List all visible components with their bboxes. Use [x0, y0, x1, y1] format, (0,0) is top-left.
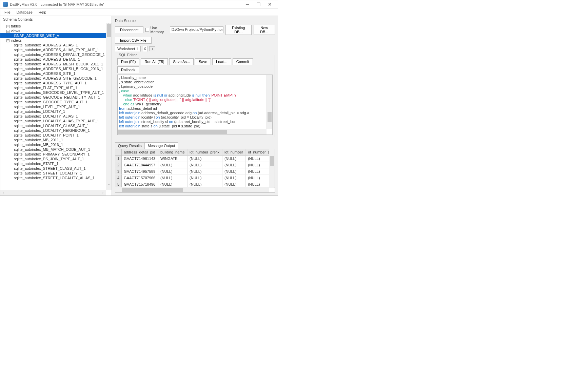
- tree-item[interactable]: sqlite_autoindex_ADDRESS_SITE_1: [0, 71, 112, 76]
- load-button[interactable]: Load...: [212, 58, 231, 65]
- tree-item[interactable]: sqlite_autoindex_GEOCODE_TYPE_AUT_1: [0, 100, 112, 104]
- disconnect-button[interactable]: Disconnect: [115, 26, 143, 33]
- tree-item[interactable]: sqlite_autoindex_LOCALITY_ALIAS_TYPE_AUT…: [0, 119, 112, 123]
- table-cell[interactable]: (NULL): [222, 175, 246, 181]
- worksheet-close-button[interactable]: X: [142, 46, 148, 51]
- tree-item[interactable]: sqlite_autoindex_ADDRESS_DETAIL_1: [0, 57, 112, 62]
- tree-node-views[interactable]: −views: [0, 28, 112, 33]
- scrollbar-thumb[interactable]: [118, 130, 227, 134]
- tree-item[interactable]: sqlite_autoindex_FLAT_TYPE_AUT_1: [0, 85, 112, 90]
- tree-item[interactable]: sqlite_autoindex_MB_MATCH_CODE_AUT_1: [0, 147, 112, 152]
- table-row[interactable]: 1GAACT714981143WINGATE(NULL)(NULL)(NULL): [115, 156, 275, 162]
- scrollbar-thumb[interactable]: [268, 112, 272, 122]
- scroll-down-icon[interactable]: ˅: [106, 184, 112, 190]
- tree-item[interactable]: sqlite_autoindex_ADDRESS_MESH_BLOCK_2016…: [0, 66, 112, 71]
- minimize-button[interactable]: ─: [242, 2, 253, 7]
- results-grid[interactable]: address_detail_pidbuilding_namelot_numbe…: [115, 149, 275, 193]
- tree-item[interactable]: sqlite_autoindex_STREET_LOCALITY_1: [0, 171, 112, 176]
- save-as-button[interactable]: Save As...: [169, 58, 194, 65]
- tree-item[interactable]: sqlite_autoindex_ADDRESS_DEFAULT_GEOCODE…: [0, 52, 112, 57]
- table-cell[interactable]: (NULL): [158, 162, 188, 168]
- tree-item[interactable]: sqlite_autoindex_GEOCODED_LEVEL_TYPE_AUT…: [0, 90, 112, 95]
- expand-icon[interactable]: +: [6, 25, 9, 28]
- tree-horizontal-scrollbar[interactable]: ‹ ›: [0, 190, 106, 195]
- tree-item[interactable]: sqlite_autoindex_LOCALITY_ALIAS_1: [0, 114, 112, 119]
- table-cell[interactable]: GAACT714957589: [122, 168, 158, 175]
- table-cell[interactable]: (NULL): [222, 168, 246, 175]
- collapse-icon[interactable]: −: [6, 39, 9, 42]
- tree-item[interactable]: sqlite_autoindex_ADDRESS_TYPE_AUT_1: [0, 81, 112, 85]
- commit-button[interactable]: Commit: [233, 58, 253, 65]
- tree-item[interactable]: sqlite_autoindex_ADDRESS_ALIAS_TYPE_AUT_…: [0, 47, 112, 52]
- tree-item[interactable]: sqlite_autoindex_STREET_CLASS_AUT_1: [0, 166, 112, 171]
- tab-query-results[interactable]: Query Results: [115, 142, 145, 149]
- code-horizontal-scrollbar[interactable]: [118, 129, 267, 135]
- code-vertical-scrollbar[interactable]: [267, 75, 272, 129]
- tree-item[interactable]: sqlite_autoindex_PS_JOIN_TYPE_AUT_1: [0, 157, 112, 161]
- table-cell[interactable]: GAACT718444957: [122, 162, 158, 168]
- save-button[interactable]: Save: [195, 58, 211, 65]
- column-header[interactable]: lot_number_prefix: [188, 149, 222, 156]
- tree-item[interactable]: sqlite_autoindex_MB_2011_1: [0, 138, 112, 142]
- table-cell[interactable]: GAACT714981143: [122, 156, 158, 162]
- grid-horizontal-scrollbar[interactable]: [115, 187, 269, 192]
- scroll-right-icon[interactable]: ›: [100, 190, 106, 195]
- tab-message-output[interactable]: Message Output: [145, 142, 178, 149]
- run-all-button[interactable]: Run All (F5): [141, 58, 168, 65]
- run-button[interactable]: Run (F9): [117, 58, 139, 65]
- collapse-icon[interactable]: −: [6, 30, 9, 33]
- use-memory-checkbox[interactable]: Use Memory: [145, 26, 168, 34]
- worksheet-tab[interactable]: Worksheet 1: [115, 46, 141, 51]
- tree-item-selected-view[interactable]: GNAF_ADDRESS_WKT_V: [0, 33, 112, 38]
- rollback-button[interactable]: Rollback: [117, 66, 139, 73]
- table-cell[interactable]: WINGATE: [158, 156, 188, 162]
- menu-file[interactable]: File: [2, 9, 13, 15]
- sql-code-editor[interactable]: , l.locality_name , s.state_abbreviation…: [117, 75, 273, 135]
- column-header[interactable]: lot_number: [222, 149, 246, 156]
- tree-item[interactable]: sqlite_autoindex_STREET_LOCALITY_ALIAS_1: [0, 176, 112, 180]
- new-db-button[interactable]: New DB...: [254, 25, 275, 35]
- column-header[interactable]: building_name: [158, 149, 188, 156]
- tree-item[interactable]: sqlite_autoindex_MB_2016_1: [0, 142, 112, 147]
- table-cell[interactable]: (NULL): [188, 156, 222, 162]
- db-path-field[interactable]: D:/Own Projects/Python/Python Apps/I: [170, 26, 223, 33]
- table-row[interactable]: 4GAACT715707966(NULL)(NULL)(NULL)(NULL): [115, 175, 275, 181]
- table-cell[interactable]: (NULL): [158, 175, 188, 181]
- grid-vertical-scrollbar[interactable]: [269, 149, 275, 187]
- scrollbar-thumb[interactable]: [107, 24, 111, 37]
- tree-vertical-scrollbar[interactable]: ˄ ˅: [106, 23, 112, 190]
- table-cell[interactable]: (NULL): [188, 175, 222, 181]
- tree-item[interactable]: sqlite_autoindex_STATE_1: [0, 161, 112, 166]
- tree-item[interactable]: sqlite_autoindex_LOCALITY_CLASS_AUT_1: [0, 123, 112, 128]
- worksheet-add-button[interactable]: +: [149, 46, 155, 51]
- tree-item[interactable]: sqlite_autoindex_ADDRESS_ALIAS_1: [0, 43, 112, 47]
- table-cell[interactable]: (NULL): [188, 168, 222, 175]
- tree-item[interactable]: sqlite_autoindex_PRIMARY_SECONDARY_1: [0, 152, 112, 157]
- tree-item[interactable]: sqlite_autoindex_LEVEL_TYPE_AUT_1: [0, 104, 112, 109]
- menu-database[interactable]: Database: [14, 9, 35, 15]
- menu-help[interactable]: Help: [36, 9, 49, 15]
- scrollbar-thumb[interactable]: [270, 156, 274, 166]
- close-button[interactable]: ✕: [265, 2, 275, 7]
- tree-item[interactable]: sqlite_autoindex_LOCALITY_POINT_1: [0, 133, 112, 138]
- scrollbar-thumb[interactable]: [122, 188, 183, 192]
- table-row[interactable]: 3GAACT714957589(NULL)(NULL)(NULL)(NULL): [115, 168, 275, 175]
- table-cell[interactable]: (NULL): [158, 168, 188, 175]
- column-header[interactable]: address_detail_pid: [122, 149, 158, 156]
- tree-item[interactable]: sqlite_autoindex_LOCALITY_1: [0, 109, 112, 114]
- table-row[interactable]: 2GAACT718444957(NULL)(NULL)(NULL)(NULL): [115, 162, 275, 168]
- table-cell[interactable]: GAACT715707966: [122, 175, 158, 181]
- import-csv-button[interactable]: Import CSV File: [115, 37, 152, 44]
- table-cell[interactable]: (NULL): [188, 162, 222, 168]
- tree-node-indexs[interactable]: −indexs: [0, 38, 112, 43]
- table-cell[interactable]: (NULL): [222, 162, 246, 168]
- existing-db-button[interactable]: Existing DB...: [225, 25, 252, 35]
- tree-item[interactable]: sqlite_autoindex_GEOCODE_RELIABILITY_AUT…: [0, 95, 112, 100]
- table-cell[interactable]: (NULL): [222, 156, 246, 162]
- scroll-left-icon[interactable]: ‹: [0, 190, 6, 195]
- schema-tree[interactable]: +tables −views GNAF_ADDRESS_WKT_V −index…: [0, 23, 112, 195]
- tree-item[interactable]: sqlite_autoindex_ADDRESS_MESH_BLOCK_2011…: [0, 62, 112, 66]
- tree-node-tables[interactable]: +tables: [0, 24, 112, 28]
- tree-item[interactable]: sqlite_autoindex_ADDRESS_SITE_GEOCODE_1: [0, 76, 112, 81]
- tree-item[interactable]: sqlite_autoindex_LOCALITY_NEIGHBOUR_1: [0, 128, 112, 133]
